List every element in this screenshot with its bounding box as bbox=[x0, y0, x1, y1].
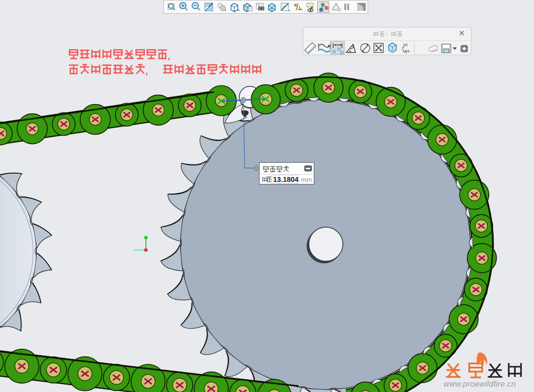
svg-text:yx: yx bbox=[405, 49, 410, 53]
svg-text:13.1804: 13.1804 bbox=[273, 176, 299, 183]
svg-text:mm: mm bbox=[301, 176, 312, 183]
svg-text:www.proewildfire.cn: www.proewildfire.cn bbox=[444, 379, 516, 388]
svg-text:z: z bbox=[402, 46, 404, 51]
